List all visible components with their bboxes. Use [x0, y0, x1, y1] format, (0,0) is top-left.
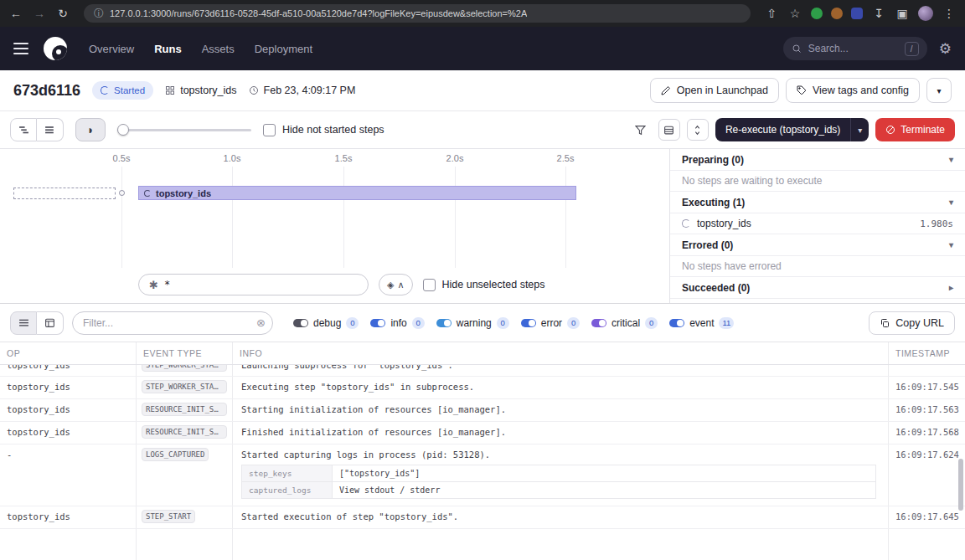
chevron-down-icon: ▾	[949, 155, 953, 164]
nav-item-runs[interactable]: Runs	[154, 43, 182, 55]
gantt-step-bar[interactable]: topstory_ids	[138, 186, 576, 200]
run-more-actions-button[interactable]: ▾	[926, 78, 952, 103]
reexecute-button[interactable]: Re-execute (topstory_ids)	[715, 118, 850, 141]
log-op: topstory_ids	[0, 506, 136, 528]
job-name: topstory_ids	[180, 85, 236, 96]
gantt-bottom-controls: ✱ ◈ ∧ Hide unselected steps	[138, 274, 545, 295]
side-panel-icon[interactable]: ▣	[895, 7, 910, 20]
metadata-row: captured_logs View stdout / stderr	[242, 482, 876, 499]
terminate-button[interactable]: Terminate	[875, 118, 955, 141]
log-timestamp: 16:09:17.563	[888, 399, 965, 421]
nav-item-assets[interactable]: Assets	[202, 43, 235, 55]
view-tags-config-label: View tags and config	[813, 85, 909, 96]
log-filter-input[interactable]	[72, 311, 273, 335]
log-row[interactable]: topstory_ids STEP_WORKER_STARTING Launch…	[0, 365, 965, 377]
profile-avatar[interactable]	[918, 6, 933, 21]
site-info-icon[interactable]: ⓘ	[94, 7, 104, 21]
flat-view-button[interactable]	[37, 118, 64, 141]
level-label: info	[390, 317, 406, 329]
run-view-split: 0.5s 1.0s 1.5s 2.0s 2.5s topstory_ids ✱	[0, 149, 965, 304]
open-launchpad-button[interactable]: Open in Launchpad	[650, 78, 779, 103]
log-list-view-button[interactable]	[10, 311, 37, 335]
step-marker-dot	[119, 190, 125, 196]
run-id: 673d6116	[13, 82, 80, 100]
graph-options-button[interactable]: ◈ ∧	[379, 274, 413, 295]
scrollbar-thumb[interactable]	[958, 459, 963, 511]
reexecute-dropdown-button[interactable]: ▾	[850, 118, 869, 141]
level-chip-critical[interactable]: critical 0	[591, 317, 658, 329]
event-type-tag: STEP_WORKER_STARTING	[142, 365, 227, 372]
hamburger-menu-icon[interactable]	[13, 43, 28, 54]
slider-knob[interactable]	[117, 124, 129, 136]
nav-item-overview[interactable]: Overview	[89, 43, 134, 55]
header-right: Search... / ⚙	[783, 37, 952, 60]
log-row[interactable]: topstory_ids RESOURCE_INIT_SUCCESS Finis…	[0, 422, 965, 444]
hide-not-started-checkbox[interactable]	[263, 124, 276, 136]
view-stdout-stderr-link[interactable]: View stdout / stderr	[333, 482, 876, 499]
extension-icon[interactable]	[811, 8, 823, 19]
level-label: critical	[612, 317, 640, 329]
axis-tick: 2.0s	[446, 153, 464, 163]
layers-icon: ◈	[387, 280, 394, 290]
level-toggle	[436, 319, 452, 327]
copy-url-button[interactable]: Copy URL	[869, 311, 955, 335]
timing-toggle-button[interactable]: ◗	[75, 118, 106, 141]
section-succeeded[interactable]: Succeeded (0) ▸	[670, 277, 965, 299]
filter-funnel-button[interactable]	[630, 119, 652, 141]
errored-empty-text: No steps have errored	[670, 256, 965, 277]
section-executing[interactable]: Executing (1) ▾	[670, 192, 965, 213]
url-bar[interactable]: ⓘ 127.0.0.1:3000/runs/673d6116-0528-45df…	[84, 4, 751, 23]
forward-icon[interactable]: →	[32, 7, 47, 20]
executing-step-duration: 1.980s	[920, 218, 953, 229]
step-selection-input[interactable]	[164, 279, 358, 290]
bookmark-star-icon[interactable]: ☆	[787, 7, 802, 20]
event-type-tag: RESOURCE_INIT_SUCCESS	[142, 425, 227, 439]
log-event-cell: LOGS_CAPTURED	[136, 444, 232, 506]
job-link[interactable]: topstory_ids	[165, 85, 236, 96]
extension-icon[interactable]	[831, 8, 843, 19]
log-row[interactable]: topstory_ids STEP_WORKER_STARTED Executi…	[0, 377, 965, 399]
log-structured-view-button[interactable]	[37, 311, 64, 335]
section-errored[interactable]: Errored (0) ▾	[670, 234, 965, 256]
browser-menu-icon[interactable]: ⋮	[942, 7, 957, 20]
axis-tick: 2.5s	[557, 153, 575, 163]
back-icon[interactable]: ←	[8, 7, 23, 20]
log-info: Started capturing logs in process (pid: …	[232, 444, 888, 506]
waterfall-view-button[interactable]	[10, 118, 37, 141]
level-count-badge: 0	[645, 317, 658, 329]
screen: ← → ↻ ⓘ 127.0.0.1:3000/runs/673d6116-052…	[0, 0, 965, 560]
selection-syntax-icon: ✱	[149, 279, 158, 291]
extension-icon[interactable]	[851, 8, 863, 19]
log-timestamp	[888, 365, 965, 377]
log-row[interactable]: topstory_ids STEP_START Started executio…	[0, 506, 965, 529]
event-type-tag: RESOURCE_INIT_STARTED	[142, 403, 227, 416]
zoom-slider[interactable]	[117, 124, 251, 136]
log-table-header: OP EVENT TYPE INFO TIMESTAMP	[0, 342, 965, 365]
level-chip-error[interactable]: error 0	[521, 317, 580, 329]
section-preparing[interactable]: Preparing (0) ▾	[670, 149, 965, 171]
gantt-step-label: topstory_ids	[156, 188, 211, 198]
view-tags-config-button[interactable]: View tags and config	[786, 78, 920, 103]
download-icon[interactable]: ↧	[871, 7, 886, 20]
log-event-cell: STEP_START	[136, 506, 232, 528]
row-display-button[interactable]	[658, 119, 680, 141]
gridline	[455, 167, 456, 268]
level-chip-debug[interactable]: debug 0	[293, 317, 359, 329]
reload-icon[interactable]: ↻	[55, 7, 70, 20]
level-chip-warning[interactable]: warning 0	[436, 317, 509, 329]
executing-step-row[interactable]: topstory_ids 1.980s	[670, 213, 965, 234]
settings-gear-icon[interactable]: ⚙	[939, 40, 952, 58]
dagster-logo[interactable]	[44, 37, 67, 60]
level-chip-info[interactable]: info 0	[370, 317, 424, 329]
log-row-logs-captured[interactable]: - LOGS_CAPTURED Started capturing logs i…	[0, 444, 965, 506]
clear-filter-icon[interactable]: ⊗	[256, 316, 266, 329]
expand-collapse-button[interactable]	[687, 119, 709, 141]
log-metadata-table: step_keys ["topstory_ids"] captured_logs…	[241, 465, 876, 499]
chevron-down-icon: ▾	[949, 198, 953, 207]
nav-item-deployment[interactable]: Deployment	[255, 43, 312, 55]
global-search[interactable]: Search... /	[783, 37, 927, 60]
level-chip-event[interactable]: event 11	[669, 317, 734, 329]
log-row[interactable]: topstory_ids RESOURCE_INIT_STARTED Start…	[0, 399, 965, 422]
hide-unselected-checkbox[interactable]	[423, 279, 436, 291]
share-icon[interactable]: ⇧	[764, 7, 779, 20]
